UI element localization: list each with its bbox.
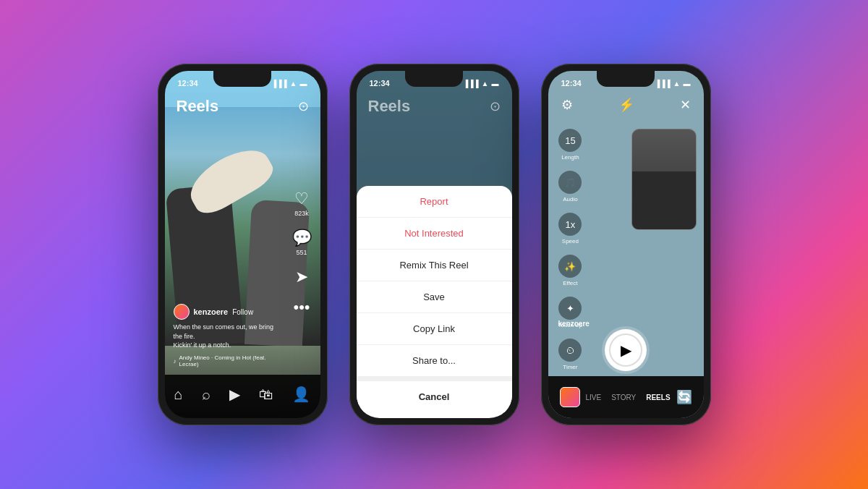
phone-2-bottom-sheet: 12:34 ▐▐▐ ▲ ▬ Reels ⊙ Report Not Interes…: [349, 64, 519, 425]
notch-1: [213, 71, 271, 87]
nav-reels-icon[interactable]: ▶: [229, 386, 240, 403]
camera-icon-2[interactable]: ⊙: [490, 98, 501, 114]
mode-story[interactable]: STORY: [611, 394, 636, 401]
follow-button[interactable]: Follow: [232, 308, 253, 316]
settings-icon[interactable]: ⚙: [561, 97, 573, 113]
comment-icon: 💬: [292, 229, 312, 247]
close-icon[interactable]: ✕: [680, 97, 691, 113]
preview-thumbnail: [631, 129, 697, 230]
nav-shop-icon[interactable]: 🛍: [259, 386, 273, 403]
caption-line-2: Kickin' it up a notch.: [174, 341, 277, 350]
bottom-sheet: Report Not Interested Remix This Reel Sa…: [357, 186, 512, 418]
touchup-circle: ✦: [558, 297, 582, 320]
effect-circle: ✨: [558, 255, 582, 278]
status-time-2: 12:34: [370, 79, 390, 88]
caption: When the sun comes out, we bring the fir…: [174, 323, 277, 350]
sheet-remix[interactable]: Remix This Reel: [357, 250, 512, 281]
status-icons-1: ▐▐▐ ▲ ▬: [271, 80, 307, 88]
reels-shutter-icon: ▶: [621, 341, 631, 359]
reels-title-1: Reels: [176, 97, 219, 116]
reels-header-2: Reels ⊙: [357, 91, 512, 122]
length-circle: 15: [558, 129, 582, 152]
audio-control[interactable]: 🎵 Audio: [558, 171, 583, 203]
bottom-info: kenzoere Follow When the sun comes out, …: [174, 304, 277, 367]
heart-icon: ♡: [294, 190, 309, 208]
audio-label: Audio: [563, 196, 577, 203]
bottom-nav-1: ⌂ ⌕ ▶ 🛍 👤: [165, 375, 320, 418]
status-time-1: 12:34: [178, 79, 198, 88]
sheet-report[interactable]: Report: [357, 186, 512, 218]
shutter-inner: ▶: [609, 333, 642, 367]
more-icon: •••: [293, 298, 310, 317]
nav-profile-icon[interactable]: 👤: [292, 386, 310, 403]
nav-search-icon[interactable]: ⌕: [202, 386, 210, 403]
shoe-visual: [182, 139, 278, 220]
effect-control[interactable]: ✨ Effect: [558, 255, 583, 286]
sheet-save[interactable]: Save: [357, 281, 512, 313]
user-row: kenzoere Follow: [174, 304, 277, 320]
phone-1-reels-feed: 12:34 ▐▐▐ ▲ ▬ Reels ⊙ ♡ 823k 💬 551 ➤: [158, 64, 328, 425]
camera-icon-1[interactable]: ⊙: [298, 98, 309, 114]
like-count: 823k: [294, 210, 309, 217]
bottom-bar-3: LIVE STORY REELS 🔄: [548, 376, 704, 418]
mode-reels[interactable]: REELS: [646, 394, 670, 401]
speed-label: Speed: [562, 238, 579, 244]
right-actions: ♡ 823k 💬 551 ➤ •••: [292, 190, 312, 317]
gallery-thumbnail[interactable]: [560, 387, 580, 407]
avatar: [174, 304, 190, 320]
reels-header-1: Reels ⊙: [165, 91, 320, 122]
share-action[interactable]: ➤: [295, 268, 308, 286]
speed-control[interactable]: 1x Speed: [558, 213, 583, 244]
music-row: ♪ Andy Mineo · Coming in Hot (feat. Lecr…: [174, 354, 277, 367]
sheet-copy-link[interactable]: Copy Link: [357, 313, 512, 345]
flip-camera-icon[interactable]: 🔄: [676, 389, 692, 405]
shutter-area: ▶: [548, 329, 704, 371]
like-action[interactable]: ♡ 823k: [294, 190, 309, 217]
shutter-button[interactable]: ▶: [605, 329, 647, 371]
comment-action[interactable]: 💬 551: [292, 229, 312, 256]
comment-count: 551: [296, 249, 307, 256]
share-icon: ➤: [295, 268, 308, 286]
username-3: kenzoere: [558, 320, 590, 328]
reels-title-2: Reels: [368, 97, 411, 116]
status-icons-2: ▐▐▐ ▲ ▬: [463, 80, 498, 88]
caption-line-1: When the sun comes out, we bring the fir…: [174, 323, 277, 341]
notch-2: [405, 71, 463, 87]
sheet-cancel[interactable]: Cancel: [357, 377, 512, 412]
mode-options: LIVE STORY REELS: [585, 394, 670, 401]
length-control[interactable]: 15 Length: [558, 129, 583, 161]
camera-header-3: ⚙ ⚡ ✕: [548, 91, 704, 119]
more-action[interactable]: •••: [293, 298, 310, 317]
username-1[interactable]: kenzoere: [194, 307, 229, 316]
notch-3: [597, 71, 655, 87]
nav-home-icon[interactable]: ⌂: [174, 386, 183, 403]
phone-3-camera: 12:34 ▐▐▐ ▲ ▬ ⚙ ⚡ ✕ 15 Length 🎵 Audio: [541, 64, 711, 425]
mode-live[interactable]: LIVE: [585, 394, 601, 401]
speed-circle: 1x: [558, 213, 582, 236]
audio-circle: 🎵: [558, 171, 582, 194]
status-icons-3: ▐▐▐ ▲ ▬: [655, 80, 690, 88]
status-time-3: 12:34: [561, 79, 582, 88]
music-note-icon: ♪: [174, 358, 176, 365]
effect-label: Effect: [563, 280, 577, 286]
flash-icon[interactable]: ⚡: [618, 97, 634, 113]
music-info: Andy Mineo · Coming in Hot (feat. Lecrae…: [179, 354, 277, 367]
sheet-not-interested[interactable]: Not Interested: [357, 218, 512, 250]
length-label: Length: [561, 154, 579, 161]
sheet-share-to[interactable]: Share to...: [357, 345, 512, 377]
